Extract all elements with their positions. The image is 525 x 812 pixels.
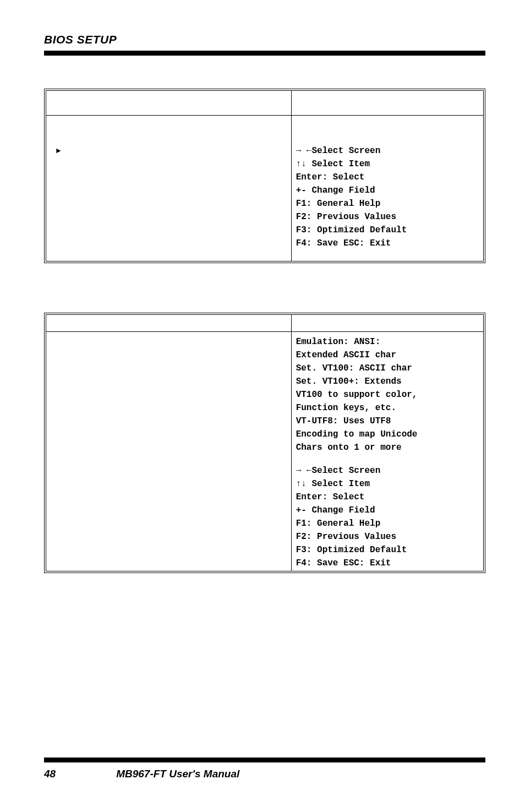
manual-title: MB967-FT User's Manual bbox=[116, 768, 239, 780]
nav-hint: F2: Previous Values bbox=[296, 210, 480, 224]
nav-hint: +- Change Field bbox=[296, 184, 480, 197]
description-line: VT100 to support color, bbox=[296, 388, 480, 401]
nav-hint: → ←Select Screen bbox=[296, 144, 480, 157]
submenu-marker-icon: ► bbox=[56, 145, 61, 157]
description-line: Emulation: ANSI: bbox=[296, 335, 480, 348]
bios-table-1: ► → ←Select Screen ↑↓ Select Item Enter:… bbox=[44, 89, 485, 263]
bios-table-2: Emulation: ANSI: Extended ASCII char Set… bbox=[44, 313, 485, 573]
description-line: Set. VT100: ASCII char bbox=[296, 362, 480, 375]
help-panel: Emulation: ANSI: Extended ASCII char Set… bbox=[291, 332, 483, 571]
nav-hint: Enter: Select bbox=[296, 491, 480, 504]
table-header-left bbox=[46, 91, 291, 116]
nav-hint: F3: Optimized Default bbox=[296, 543, 480, 557]
description-line: VT-UTF8: Uses UTF8 bbox=[296, 415, 480, 428]
nav-hint: +- Change Field bbox=[296, 504, 480, 517]
footer-divider bbox=[44, 757, 485, 762]
description-line: Extended ASCII char bbox=[296, 348, 480, 362]
nav-hint: F4: Save ESC: Exit bbox=[296, 557, 480, 570]
menu-items-area[interactable]: ► bbox=[46, 116, 291, 261]
description-line: Set. VT100+: Extends bbox=[296, 375, 480, 388]
header-divider bbox=[44, 51, 485, 56]
nav-hint: ↑↓ Select Item bbox=[296, 477, 480, 491]
nav-hint: F3: Optimized Default bbox=[296, 224, 480, 237]
table-header-right bbox=[291, 91, 483, 116]
nav-hint: F1: General Help bbox=[296, 517, 480, 530]
table-header-right bbox=[291, 315, 483, 332]
menu-items-area[interactable] bbox=[46, 332, 291, 571]
description-line: Function keys, etc. bbox=[296, 401, 480, 415]
nav-hint: F2: Previous Values bbox=[296, 530, 480, 543]
description-line: Chars onto 1 or more bbox=[296, 441, 480, 454]
nav-hint: F1: General Help bbox=[296, 197, 480, 210]
nav-hint: Enter: Select bbox=[296, 171, 480, 184]
page-title: BIOS SETUP bbox=[44, 33, 485, 46]
nav-hint: ↑↓ Select Item bbox=[296, 157, 480, 171]
help-panel: → ←Select Screen ↑↓ Select Item Enter: S… bbox=[291, 116, 483, 261]
description-line: Encoding to map Unicode bbox=[296, 428, 480, 441]
table-header-left bbox=[46, 315, 291, 332]
page-number: 48 bbox=[44, 768, 56, 780]
nav-hint: → ←Select Screen bbox=[296, 464, 480, 477]
footer: 48 MB967-FT User's Manual bbox=[44, 768, 485, 780]
nav-hint: F4: Save ESC: Exit bbox=[296, 237, 480, 250]
